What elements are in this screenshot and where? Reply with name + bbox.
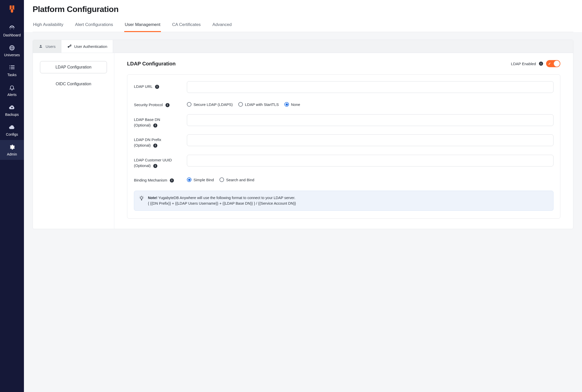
label-text: LDAP Base DN	[134, 117, 160, 122]
content: Users User Authentication LDAP Configura…	[24, 32, 582, 237]
globe-icon	[8, 44, 16, 51]
svg-line-15	[140, 196, 140, 197]
info-icon[interactable]: i	[165, 103, 170, 107]
info-icon[interactable]: i	[153, 123, 157, 128]
ldap-enabled-group: LDAP Enabled i ✓	[511, 60, 560, 67]
sidebar-item-configs[interactable]: Configs	[0, 120, 24, 140]
section-head: LDAP Configuration LDAP Enabled i ✓	[127, 60, 560, 67]
label-text: LDAP URL	[134, 84, 153, 89]
panel-body: LDAP Configuration OIDC Configuration LD…	[33, 53, 573, 229]
dn-prefix-label: LDAP DN Prefix (Optional) i	[134, 134, 182, 148]
base-dn-label: LDAP Base DN (Optional) i	[134, 114, 182, 128]
nav-oidc-configuration[interactable]: OIDC Configuration	[40, 78, 107, 90]
cloud-icon	[8, 124, 16, 131]
sidebar-item-label: Backups	[5, 113, 19, 117]
gear-icon	[8, 144, 16, 151]
subtab-users[interactable]: Users	[33, 40, 61, 53]
tab-ca-certificates[interactable]: CA Certificates	[172, 19, 201, 32]
logo-icon	[7, 4, 17, 14]
row-ldap-url: LDAP URL i	[134, 81, 553, 93]
titlebar: Platform Configuration High Availability…	[24, 0, 582, 32]
base-dn-input[interactable]	[187, 114, 553, 126]
tab-high-availability[interactable]: High Availability	[33, 19, 64, 32]
ldap-enabled-label: LDAP Enabled	[511, 62, 536, 66]
note-line1: YugabyteDB Anywhere will use the followi…	[157, 196, 295, 200]
radio-starttls[interactable]: LDAP with StartTLS	[238, 102, 279, 107]
svg-rect-5	[9, 67, 10, 68]
note-text: Note! YugabyteDB Anywhere will use the f…	[148, 195, 296, 206]
upload-icon	[8, 104, 16, 111]
key-icon	[67, 44, 72, 49]
tab-user-management[interactable]: User Management	[124, 19, 161, 32]
radio-label: None	[291, 102, 300, 107]
top-tabs: High Availability Alert Configurations U…	[33, 19, 573, 32]
info-icon[interactable]: i	[539, 62, 543, 66]
label-text: LDAP Customer UUID	[134, 158, 172, 162]
subtab-label: Users	[46, 44, 56, 49]
radio-none[interactable]: None	[284, 102, 300, 107]
sidebar-item-universes[interactable]: Universes	[0, 41, 24, 61]
main: Platform Configuration High Availability…	[24, 0, 582, 392]
right-column: LDAP Configuration LDAP Enabled i ✓	[114, 53, 573, 229]
radio-label: Secure LDAP (LDAPS)	[193, 102, 233, 107]
info-icon[interactable]: i	[153, 164, 157, 168]
customer-uuid-label: LDAP Customer UUID (Optional) i	[134, 155, 182, 169]
info-icon[interactable]: i	[155, 85, 159, 89]
label-text: Binding Mechanism	[134, 178, 167, 182]
subtab-label: User Authentication	[74, 44, 107, 49]
info-icon[interactable]: i	[153, 144, 157, 148]
radio-label: LDAP with StartTLS	[245, 102, 279, 107]
toggle-knob	[554, 61, 560, 67]
note-line2: { {{DN Prefix}} + {{LDAP Users Username}…	[148, 201, 296, 205]
customer-uuid-input[interactable]	[187, 155, 553, 166]
subtab-user-authentication[interactable]: User Authentication	[61, 40, 113, 53]
svg-line-16	[143, 196, 143, 197]
nav-ldap-configuration[interactable]: LDAP Configuration	[40, 61, 107, 73]
label-text-optional: (Optional)	[134, 143, 151, 147]
svg-rect-4	[11, 65, 15, 66]
dashboard-icon	[8, 24, 16, 32]
svg-rect-3	[9, 65, 10, 66]
svg-rect-8	[11, 68, 15, 69]
lightbulb-icon	[139, 195, 144, 201]
radio-icon	[187, 177, 191, 182]
radio-search-bind[interactable]: Search and Bind	[219, 177, 254, 182]
row-security-protocol: Security Protocol i Secure LDAP (LDAPS)	[134, 100, 553, 108]
sidebar-item-dashboard[interactable]: Dashboard	[0, 21, 24, 41]
info-icon[interactable]: i	[170, 178, 174, 183]
note-bold: Note!	[148, 196, 157, 200]
user-icon	[38, 44, 43, 49]
tab-advanced[interactable]: Advanced	[212, 19, 232, 32]
svg-rect-7	[9, 68, 10, 69]
sidebar-item-label: Universes	[4, 53, 20, 57]
ldap-form: LDAP URL i Security Protocol	[127, 74, 560, 219]
label-text: LDAP DN Prefix	[134, 137, 161, 142]
panel: Users User Authentication LDAP Configura…	[33, 40, 573, 229]
sidebar-item-admin[interactable]: Admin	[0, 140, 24, 160]
tab-alert-configurations[interactable]: Alert Configurations	[75, 19, 114, 32]
radio-icon	[238, 102, 243, 107]
radio-label: Search and Bind	[226, 178, 254, 182]
list-icon	[8, 64, 16, 71]
sidebar-item-alerts[interactable]: Alerts	[0, 80, 24, 100]
label-text: Security Protocol	[134, 103, 163, 107]
radio-icon	[219, 177, 224, 182]
left-column: LDAP Configuration OIDC Configuration	[33, 53, 114, 229]
row-base-dn: LDAP Base DN (Optional) i	[134, 114, 553, 128]
section-title: LDAP Configuration	[127, 61, 176, 67]
sidebar-item-label: Alerts	[7, 93, 17, 97]
row-customer-uuid: LDAP Customer UUID (Optional) i	[134, 155, 553, 169]
svg-point-9	[40, 45, 41, 46]
dn-prefix-input[interactable]	[187, 134, 553, 146]
label-text-optional: (Optional)	[134, 163, 151, 168]
sidebar-item-backups[interactable]: Backups	[0, 100, 24, 120]
radio-ldaps[interactable]: Secure LDAP (LDAPS)	[187, 102, 233, 107]
label-text-optional: (Optional)	[134, 123, 151, 127]
radio-simple-bind[interactable]: Simple Bind	[187, 177, 214, 182]
sidebar-item-label: Dashboard	[3, 33, 21, 37]
sidebar-item-tasks[interactable]: Tasks	[0, 61, 24, 80]
radio-label: Simple Bind	[193, 178, 214, 182]
sidebar-item-label: Configs	[6, 132, 18, 136]
ldap-url-input[interactable]	[187, 81, 553, 93]
ldap-enabled-toggle[interactable]: ✓	[546, 60, 560, 67]
